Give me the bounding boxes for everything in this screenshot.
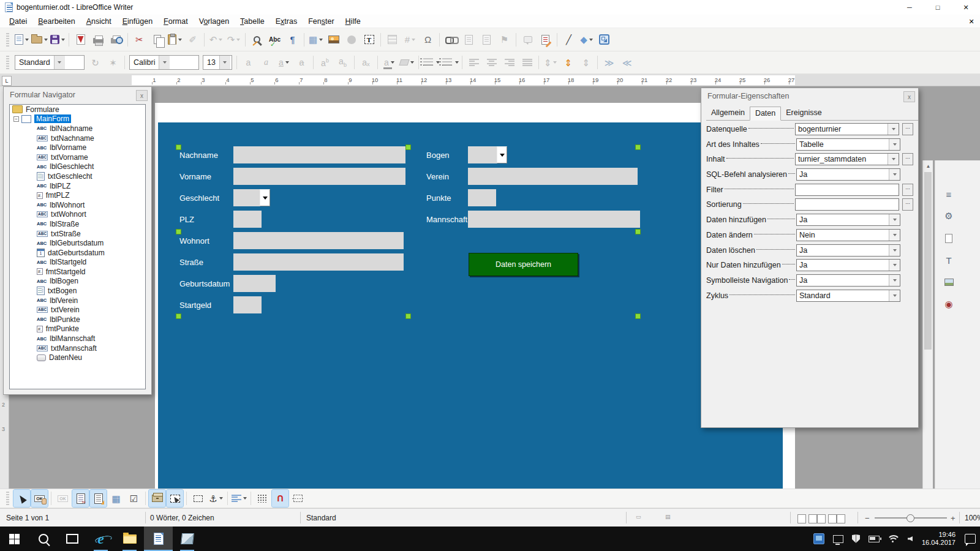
form-field-vorname[interactable] <box>233 168 405 185</box>
property-input-combo[interactable]: bogenturnier <box>795 123 899 135</box>
chevron-down-icon[interactable] <box>889 245 900 256</box>
option-control-button[interactable]: ☑ <box>126 490 142 507</box>
tree-item-txtnachname[interactable]: ABCtxtNachname <box>10 133 145 143</box>
zoom-slider[interactable] <box>875 517 947 519</box>
track-changes-button[interactable] <box>537 31 554 48</box>
collapse-icon[interactable]: − <box>13 116 19 122</box>
page-break-button[interactable] <box>384 31 401 48</box>
helplines-while-moving-button[interactable] <box>290 490 306 507</box>
chevron-down-icon[interactable] <box>889 169 900 180</box>
insert-field-button[interactable]: # <box>402 31 418 48</box>
font-size-select[interactable]: 13 <box>203 55 232 70</box>
form-field-mannschaft[interactable] <box>468 211 640 228</box>
numbered-list-button[interactable] <box>441 54 459 71</box>
task-view-button[interactable] <box>58 527 86 551</box>
dropdown-caret-icon[interactable] <box>319 39 323 41</box>
volume-icon[interactable] <box>908 536 913 541</box>
chevron-down-icon[interactable] <box>888 154 899 165</box>
highlight-color-button[interactable] <box>399 54 415 71</box>
tree-item-lblgeburtsdatum[interactable]: ABClblGeburtsdatum <box>10 238 145 248</box>
align-justify-button[interactable] <box>519 54 535 71</box>
internet-explorer-button[interactable]: e <box>86 527 115 551</box>
toolbar-grip[interactable] <box>6 56 9 69</box>
formatting-marks-button[interactable]: ¶ <box>284 31 301 48</box>
comment-button[interactable] <box>519 31 536 48</box>
chevron-down-icon[interactable] <box>889 290 900 301</box>
line-spacing-button[interactable]: ⇕ <box>542 54 559 71</box>
menu-extras[interactable]: Extras <box>270 16 303 27</box>
selection-handle[interactable] <box>405 144 411 150</box>
taskbar-clock[interactable]: 19:46 16.04.2017 <box>922 531 956 547</box>
form-field-bogen[interactable] <box>468 146 497 163</box>
toolbar-grip[interactable] <box>6 492 9 505</box>
chevron-down-icon[interactable] <box>889 275 900 286</box>
increase-indent-button[interactable]: ≫ <box>601 54 617 71</box>
form-canvas[interactable]: Daten speichern NachnameVornameGeschlech… <box>158 122 783 489</box>
secondary-app-button[interactable] <box>173 527 202 551</box>
chevron-down-icon[interactable] <box>54 56 65 69</box>
chevron-down-icon[interactable] <box>889 139 900 150</box>
align-right-button[interactable] <box>501 54 518 71</box>
paragraph-style-select[interactable]: Standard <box>15 55 85 70</box>
tree-item-mainform[interactable]: −MainForm <box>10 114 145 124</box>
superscript-button[interactable]: ab <box>317 54 333 71</box>
dropdown-caret-icon[interactable] <box>219 497 223 500</box>
form-field-straße[interactable] <box>233 253 404 271</box>
close-button[interactable]: ✕ <box>952 0 980 15</box>
book-view-icon[interactable] <box>828 514 837 523</box>
property-input-combo[interactable]: Tabelle <box>796 138 900 151</box>
form-field-geschlecht[interactable] <box>233 189 260 206</box>
font-color-button[interactable]: a <box>381 54 398 71</box>
navigator-deck-icon[interactable]: ◉ <box>940 296 957 312</box>
endnote-button[interactable] <box>478 31 495 48</box>
chevron-down-icon[interactable] <box>889 260 900 271</box>
defender-shield-icon[interactable] <box>852 534 860 543</box>
libreoffice-writer-button[interactable] <box>144 527 173 551</box>
property-input-text[interactable] <box>795 198 899 211</box>
redo-button[interactable]: ↷ <box>225 31 242 48</box>
dropdown-caret-icon[interactable] <box>455 61 459 64</box>
update-style-button[interactable]: ↻ <box>87 54 104 71</box>
tab-allgemein[interactable]: Allgemein <box>706 107 750 120</box>
tray-app-icon[interactable] <box>813 533 824 544</box>
menu-ansicht[interactable]: Ansicht <box>81 16 117 27</box>
property-input-text[interactable] <box>795 184 899 196</box>
control-wizards-button[interactable]: OK <box>55 490 71 507</box>
menu-datei[interactable]: Datei <box>4 16 32 27</box>
page-style[interactable]: Standard <box>306 514 336 522</box>
cut-button[interactable]: ✂ <box>131 31 148 48</box>
form-field-geburtsdatum[interactable] <box>233 275 276 292</box>
more-options-button[interactable]: ... <box>902 198 913 211</box>
zoom-in-icon[interactable]: + <box>951 514 956 523</box>
table-control-button[interactable]: ▦ <box>108 490 124 507</box>
form-field-punkte[interactable] <box>468 189 496 206</box>
menu-bearbeiten[interactable]: Bearbeiten <box>32 16 81 27</box>
special-character-button[interactable]: Ω <box>420 31 436 48</box>
select-button[interactable] <box>13 490 30 507</box>
export-pdf-button[interactable] <box>72 31 89 48</box>
control-properties-button[interactable] <box>90 490 107 507</box>
selection-handle[interactable] <box>176 144 181 150</box>
find-replace-button[interactable] <box>249 31 265 48</box>
tree-item-lblgeschlecht[interactable]: ABClblGeschlecht <box>10 162 145 172</box>
clone-formatting-button[interactable]: ✐ <box>184 31 201 48</box>
tree-item-lblstraße[interactable]: ABClblStraße <box>10 219 145 229</box>
close-icon[interactable]: x <box>136 90 148 101</box>
dropdown-caret-icon[interactable] <box>61 39 65 41</box>
tree-item-txtgeschlecht[interactable]: txtGeschlecht <box>10 171 145 181</box>
paste-button[interactable] <box>167 31 183 48</box>
property-input-combo[interactable]: Ja <box>796 259 900 271</box>
tree-item-lblnachname[interactable]: ABClblNachname <box>10 124 145 133</box>
dropdown-caret-icon[interactable] <box>589 39 593 41</box>
zoom-level[interactable]: 100% <box>965 514 980 522</box>
tree-item-txtverein[interactable]: ABCtxtVerein <box>10 305 145 315</box>
more-options-button[interactable]: ... <box>902 123 913 135</box>
daten-speichern-button[interactable]: Daten speichern <box>469 253 578 276</box>
chevron-down-icon[interactable] <box>219 56 230 69</box>
action-center-icon[interactable] <box>965 534 976 544</box>
form-field-nachname[interactable] <box>233 146 405 163</box>
dropdown-button[interactable] <box>260 189 270 206</box>
decrease-paragraph-spacing-button[interactable]: ⇕ <box>578 54 594 71</box>
footnote-button[interactable] <box>461 31 477 48</box>
word-count[interactable]: 0 Wörter, 0 Zeichen <box>150 514 214 522</box>
